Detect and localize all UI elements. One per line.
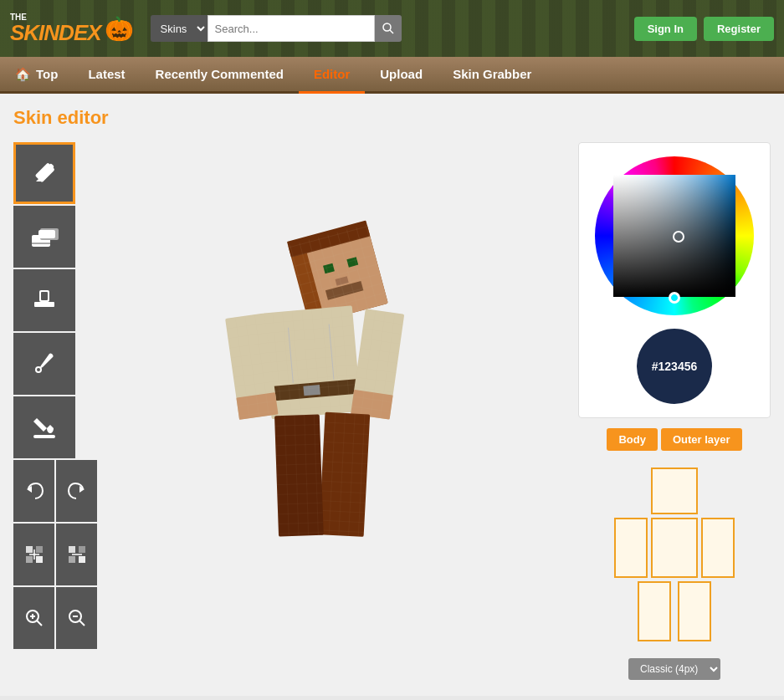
header-buttons: Sign In Register (634, 17, 774, 41)
svg-rect-8 (34, 302, 54, 307)
svg-rect-6 (38, 230, 55, 238)
skin-part-body[interactable] (651, 518, 698, 578)
color-wheel-container[interactable] (595, 156, 754, 315)
svg-rect-19 (36, 556, 43, 563)
svg-line-28 (37, 621, 42, 626)
skin-map-legs-row (638, 581, 711, 641)
main-content: Skin editor (0, 94, 784, 696)
search-category-select[interactable]: Skins (151, 15, 208, 42)
eraser-tool[interactable] (13, 206, 75, 268)
logo: THE SKINDEX 🎃 (10, 13, 134, 43)
remove-noise-button[interactable] (56, 524, 97, 585)
register-button[interactable]: Register (704, 17, 774, 41)
fill-icon (30, 413, 59, 442)
pencil-icon (31, 160, 58, 186)
eraser-icon (30, 225, 59, 248)
skin-part-head[interactable] (651, 468, 698, 514)
skin-part-leg-left[interactable] (638, 581, 671, 641)
dropper-icon (31, 350, 58, 377)
nav-top-label: Top (36, 67, 58, 81)
svg-rect-50 (351, 309, 404, 419)
nav-skin-grabber[interactable]: Skin Grabber (438, 57, 546, 91)
nav-skin-grabber-label: Skin Grabber (453, 67, 531, 81)
redo-icon (67, 481, 87, 501)
nav-editor[interactable]: Editor (299, 57, 365, 94)
skin-type-container: Classic (4px) Slim (3px) (628, 658, 720, 680)
svg-rect-25 (79, 556, 85, 563)
nav-upload[interactable]: Upload (365, 57, 438, 91)
noise-row (13, 524, 97, 585)
svg-rect-55 (318, 412, 369, 537)
editor-area: #123456 Body Outer layer (13, 142, 771, 680)
fill-tool[interactable] (13, 396, 75, 458)
skin-map (614, 461, 735, 648)
svg-rect-24 (69, 556, 75, 563)
zoom-row (13, 587, 97, 649)
undo-button[interactable] (13, 460, 54, 522)
nav-latest[interactable]: Latest (73, 57, 140, 91)
right-panel: #123456 Body Outer layer (578, 142, 771, 680)
svg-rect-47 (262, 305, 361, 419)
svg-point-0 (383, 23, 391, 31)
outer-layer-button[interactable]: Outer layer (661, 428, 742, 451)
stamp-icon (31, 287, 58, 314)
nav-editor-label: Editor (314, 67, 350, 81)
nav-top[interactable]: 🏠 Top (0, 57, 73, 91)
pencil-tool[interactable] (13, 142, 75, 204)
skin-part-arm-left[interactable] (614, 518, 648, 578)
undo-icon (24, 481, 44, 501)
color-picker-panel: #123456 (578, 142, 771, 418)
color-hex-display[interactable]: #123456 (637, 329, 712, 404)
svg-rect-16 (26, 546, 33, 553)
hue-indicator[interactable] (669, 292, 680, 304)
undo-redo-row (13, 460, 97, 522)
signin-button[interactable]: Sign In (634, 17, 697, 41)
nav-upload-label: Upload (380, 67, 423, 81)
nav-latest-label: Latest (88, 67, 125, 81)
page-title: Skin editor (13, 107, 771, 129)
svg-rect-13 (33, 435, 55, 438)
main-nav: 🏠 Top Latest Recently Commented Editor U… (0, 57, 784, 94)
skin-type-select[interactable]: Classic (4px) Slim (3px) (628, 658, 720, 680)
zoom-in-icon (24, 608, 44, 628)
search-icon (382, 23, 394, 34)
nav-recently-commented[interactable]: Recently Commented (141, 57, 299, 91)
stamp-tool[interactable] (13, 269, 75, 331)
zoom-out-button[interactable] (56, 587, 97, 649)
logo-icon: 🎃 (105, 15, 134, 43)
svg-line-1 (390, 30, 393, 33)
svg-rect-57 (274, 414, 324, 536)
svg-rect-22 (69, 546, 75, 553)
svg-rect-17 (36, 546, 43, 553)
zoom-in-button[interactable] (13, 587, 54, 649)
remove-noise-icon (67, 544, 87, 565)
zoom-out-icon (67, 608, 87, 628)
add-noise-icon (24, 544, 44, 565)
logo-skindex: SKINDEX (10, 22, 101, 43)
dropper-tool[interactable] (13, 333, 75, 395)
body-layer-button[interactable]: Body (607, 428, 658, 451)
skin-map-head-row (651, 468, 698, 514)
color-picker-dot[interactable] (673, 231, 684, 243)
svg-rect-23 (79, 546, 85, 553)
layer-selector: Body Outer layer (607, 428, 741, 451)
minecraft-character (213, 209, 464, 560)
home-icon: 🏠 (15, 67, 31, 82)
site-header: THE SKINDEX 🎃 Skins Sign In Register (0, 0, 784, 57)
tools-panel (13, 142, 97, 649)
skin-part-arm-right[interactable] (701, 518, 735, 578)
skin-map-body-row (614, 518, 735, 578)
search-button[interactable] (375, 15, 402, 42)
nav-recently-commented-label: Recently Commented (156, 67, 284, 81)
svg-rect-18 (26, 556, 33, 563)
redo-button[interactable] (56, 460, 97, 522)
add-noise-button[interactable] (13, 524, 54, 585)
svg-point-12 (37, 368, 40, 371)
skin-part-leg-right[interactable] (678, 581, 711, 641)
search-area: Skins (151, 15, 402, 42)
svg-rect-10 (41, 292, 48, 300)
svg-line-32 (79, 621, 85, 626)
search-input[interactable] (208, 15, 375, 42)
skin-preview (97, 142, 578, 627)
